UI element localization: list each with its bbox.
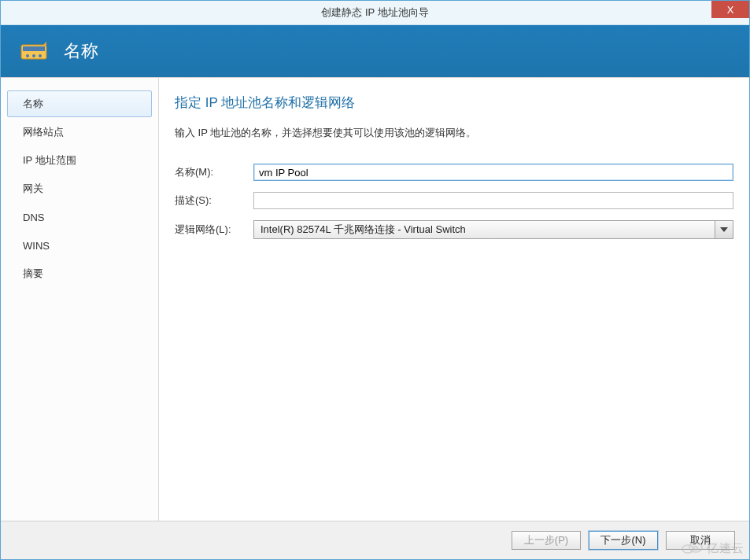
logical-network-select[interactable]: Intel(R) 82574L 千兆网络连接 - Virtual Switch: [253, 220, 733, 239]
button-label: 下一步(N): [600, 533, 645, 547]
button-label: 上一步(P): [524, 533, 568, 547]
button-label: 取消: [690, 533, 711, 547]
logical-network-value: Intel(R) 82574L 千兆网络连接 - Virtual Switch: [254, 223, 715, 237]
banner-title: 名称: [64, 39, 98, 63]
sidebar-item-label: DNS: [23, 212, 44, 223]
window-title: 创建静态 IP 地址池向导: [321, 6, 428, 20]
sidebar-item-label: IP 地址范围: [23, 153, 76, 168]
sidebar-item-label: 网关: [23, 182, 43, 196]
sidebar-item-dns[interactable]: DNS: [7, 204, 152, 230]
chevron-down-icon: [720, 227, 728, 232]
form-row-name: 名称(M):: [175, 164, 733, 181]
wizard-icon: [18, 37, 51, 65]
description-label: 描述(S):: [175, 193, 253, 208]
description-input[interactable]: [253, 192, 733, 209]
next-button[interactable]: 下一步(N): [589, 531, 658, 550]
form-row-logical-network: 逻辑网络(L): Intel(R) 82574L 千兆网络连接 - Virtua…: [175, 220, 733, 239]
close-icon: X: [727, 4, 734, 16]
svg-point-3: [32, 54, 35, 57]
name-input[interactable]: [253, 164, 733, 181]
wizard-steps-sidebar: 名称 网络站点 IP 地址范围 网关 DNS WINS 摘要: [1, 78, 159, 521]
titlebar: 创建静态 IP 地址池向导 X: [1, 1, 749, 25]
sidebar-item-name[interactable]: 名称: [7, 90, 152, 117]
previous-button[interactable]: 上一步(P): [512, 531, 581, 550]
wizard-footer: 上一步(P) 下一步(N) 取消: [1, 521, 749, 559]
svg-rect-1: [23, 46, 45, 51]
name-label: 名称(M):: [175, 165, 253, 179]
svg-point-2: [26, 54, 29, 57]
section-title: 指定 IP 地址池名称和逻辑网络: [175, 94, 733, 112]
sidebar-item-network-site[interactable]: 网络站点: [7, 119, 152, 146]
svg-point-4: [39, 54, 42, 57]
section-description: 输入 IP 地址池的名称，并选择想要使其可以使用该池的逻辑网络。: [175, 126, 733, 140]
sidebar-item-label: 摘要: [23, 267, 43, 281]
wizard-body: 名称 网络站点 IP 地址范围 网关 DNS WINS 摘要 指定 IP 地址: [1, 78, 749, 521]
sidebar-item-gateway[interactable]: 网关: [7, 175, 152, 202]
sidebar-item-summary[interactable]: 摘要: [7, 260, 152, 287]
form-row-description: 描述(S):: [175, 192, 733, 209]
dropdown-button[interactable]: [715, 221, 733, 238]
wizard-window: 创建静态 IP 地址池向导 X 名称 名称 网络站点: [0, 0, 750, 560]
wizard-banner: 名称: [1, 25, 749, 78]
cancel-button[interactable]: 取消: [666, 531, 735, 550]
wizard-main: 指定 IP 地址池名称和逻辑网络 输入 IP 地址池的名称，并选择想要使其可以使…: [159, 78, 749, 521]
sidebar-item-label: 名称: [23, 97, 43, 111]
close-button[interactable]: X: [711, 1, 749, 18]
sidebar-item-wins[interactable]: WINS: [7, 232, 152, 259]
sidebar-item-ip-range[interactable]: IP 地址范围: [7, 147, 152, 174]
sidebar-item-label: 网络站点: [23, 125, 64, 139]
sidebar-item-label: WINS: [23, 240, 50, 252]
logical-network-label: 逻辑网络(L):: [175, 223, 253, 237]
